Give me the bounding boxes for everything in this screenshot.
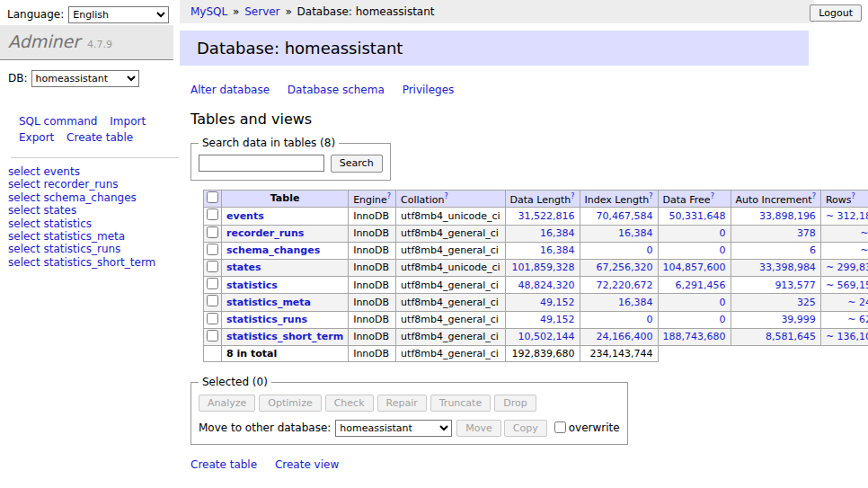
index-length-link[interactable]: 16,384	[618, 297, 653, 308]
breadcrumb-link-mysql[interactable]: MySQL	[190, 5, 227, 18]
table-link-statistics_short_term[interactable]: statistics_short_term	[43, 256, 155, 269]
adminer-logo-link[interactable]: Adminer	[8, 31, 80, 51]
check-button[interactable]: Check	[325, 395, 374, 412]
data-length-help-link[interactable]: ?	[571, 192, 574, 200]
rows-link[interactable]: ~ 244	[847, 297, 868, 308]
table-name-link-events[interactable]: events	[226, 210, 264, 222]
row-checkbox-statistics_meta[interactable]	[207, 295, 218, 306]
auto-increment-link[interactable]: 913,577	[775, 279, 816, 291]
data-free-link[interactable]: 50,331,648	[669, 210, 726, 222]
engine-help-link[interactable]: ?	[387, 192, 391, 200]
db-select[interactable]: homeassistant	[31, 70, 139, 87]
index-length-link[interactable]: 72,220,672	[597, 279, 653, 291]
rows-link[interactable]: ~ 312,180	[826, 210, 868, 222]
auto-increment-link[interactable]: 6	[810, 244, 816, 256]
copy-button[interactable]: Copy	[504, 420, 547, 437]
index-length-link[interactable]: 0	[647, 244, 653, 256]
row-checkbox-statistics_short_term[interactable]	[207, 330, 218, 342]
data-free-link[interactable]: 6,291,456	[676, 279, 726, 291]
row-checkbox-statistics[interactable]	[207, 278, 218, 289]
create-link-create-table[interactable]: Create table	[190, 458, 257, 471]
data-length-link[interactable]: 49,152	[540, 314, 575, 325]
logout-button[interactable]: Logout	[810, 4, 862, 22]
row-checkbox-recorder_runs[interactable]	[207, 226, 218, 238]
auto-increment-link[interactable]: 39,999	[781, 314, 816, 325]
auto-increment-link[interactable]: 378	[797, 227, 816, 239]
data-free-help-link[interactable]: ?	[711, 192, 714, 200]
index-length-link[interactable]: 0	[647, 314, 653, 325]
rows-link[interactable]: ~ 5	[860, 227, 868, 239]
search-button[interactable]: Search	[331, 155, 383, 172]
rows-help-link[interactable]: ?	[851, 192, 855, 200]
action-link-privileges[interactable]: Privileges	[403, 84, 455, 96]
row-checkbox-schema_changes[interactable]	[207, 244, 218, 255]
table-link-events[interactable]: events	[43, 165, 79, 178]
table-link-states[interactable]: states	[43, 204, 76, 217]
auto-increment-link[interactable]: 8,581,645	[766, 331, 816, 342]
data-length-link[interactable]: 48,824,320	[518, 279, 575, 291]
search-input[interactable]	[199, 155, 324, 172]
select-link-events[interactable]: select	[8, 165, 40, 178]
auto-increment-link[interactable]: 33,898,196	[759, 210, 816, 222]
action-link-database-schema[interactable]: Database schema	[288, 84, 385, 96]
data-length-link[interactable]: 101,859,328	[512, 262, 575, 273]
select-link-recorder_runs[interactable]: select	[8, 178, 40, 191]
index-length-link[interactable]: 16,384	[618, 227, 653, 239]
overwrite-checkbox[interactable]	[554, 421, 566, 433]
row-checkbox-events[interactable]	[207, 209, 218, 220]
index-length-help-link[interactable]: ?	[649, 192, 652, 200]
table-name-link-statistics_short_term[interactable]: statistics_short_term	[226, 331, 343, 342]
table-name-link-statistics_meta[interactable]: statistics_meta	[226, 297, 311, 308]
data-free-link[interactable]: 0	[720, 314, 726, 325]
table-name-link-recorder_runs[interactable]: recorder_runs	[226, 227, 304, 239]
data-free-link[interactable]: 0	[720, 227, 726, 239]
action-link-alter-database[interactable]: Alter database	[190, 84, 270, 96]
data-length-link[interactable]: 16,384	[540, 244, 575, 256]
truncate-button[interactable]: Truncate	[430, 395, 491, 412]
data-free-link[interactable]: 0	[720, 297, 726, 308]
optimize-button[interactable]: Optimize	[259, 395, 321, 412]
select-all-checkbox[interactable]	[207, 191, 218, 203]
sidebar-link-import[interactable]: Import	[110, 115, 146, 128]
language-select[interactable]: English	[68, 6, 169, 23]
auto-increment-help-link[interactable]: ?	[812, 192, 816, 200]
rows-link[interactable]: ~ 628	[847, 314, 868, 325]
index-length-link[interactable]: 67,256,320	[597, 262, 653, 273]
analyze-button[interactable]: Analyze	[199, 395, 255, 412]
data-free-link[interactable]: 104,857,600	[663, 262, 726, 273]
index-length-link[interactable]: 24,166,400	[597, 331, 653, 342]
repair-button[interactable]: Repair	[377, 395, 427, 412]
select-link-states[interactable]: select	[8, 204, 40, 217]
drop-button[interactable]: Drop	[494, 395, 536, 412]
table-link-statistics[interactable]: statistics	[43, 217, 92, 230]
data-free-link[interactable]: 188,743,680	[663, 331, 726, 342]
select-link-statistics_meta[interactable]: select	[8, 230, 40, 243]
table-name-link-states[interactable]: states	[226, 262, 261, 273]
table-link-statistics_meta[interactable]: statistics_meta	[43, 230, 125, 243]
row-checkbox-states[interactable]	[207, 261, 218, 272]
select-link-schema_changes[interactable]: select	[8, 191, 40, 204]
table-name-link-statistics[interactable]: statistics	[226, 279, 278, 291]
data-length-link[interactable]: 49,152	[540, 297, 575, 308]
table-link-schema_changes[interactable]: schema_changes	[43, 191, 136, 204]
data-length-link[interactable]: 31,522,816	[518, 210, 575, 222]
select-link-statistics_runs[interactable]: select	[8, 243, 40, 255]
rows-link[interactable]: ~ 136,108	[826, 331, 868, 342]
sidebar-link-create-table[interactable]: Create table	[66, 131, 133, 144]
data-length-link[interactable]: 10,502,144	[518, 331, 575, 342]
select-link-statistics[interactable]: select	[8, 217, 40, 230]
auto-increment-link[interactable]: 325	[797, 297, 816, 308]
select-link-statistics_short_term[interactable]: select	[8, 256, 40, 269]
table-name-link-statistics_runs[interactable]: statistics_runs	[226, 314, 307, 325]
data-length-link[interactable]: 16,384	[540, 227, 575, 239]
create-link-create-view[interactable]: Create view	[275, 458, 339, 471]
rows-link[interactable]: ~ 3	[860, 244, 868, 256]
auto-increment-link[interactable]: 33,398,984	[759, 262, 816, 273]
index-length-link[interactable]: 70,467,584	[597, 210, 653, 222]
collation-help-link[interactable]: ?	[444, 192, 447, 200]
rows-link[interactable]: ~ 569,159	[826, 279, 868, 291]
data-free-link[interactable]: 0	[720, 244, 726, 256]
row-checkbox-statistics_runs[interactable]	[207, 313, 218, 324]
sidebar-link-sql-command[interactable]: SQL command	[19, 115, 97, 128]
move-db-select[interactable]: homeassistant	[335, 420, 452, 437]
